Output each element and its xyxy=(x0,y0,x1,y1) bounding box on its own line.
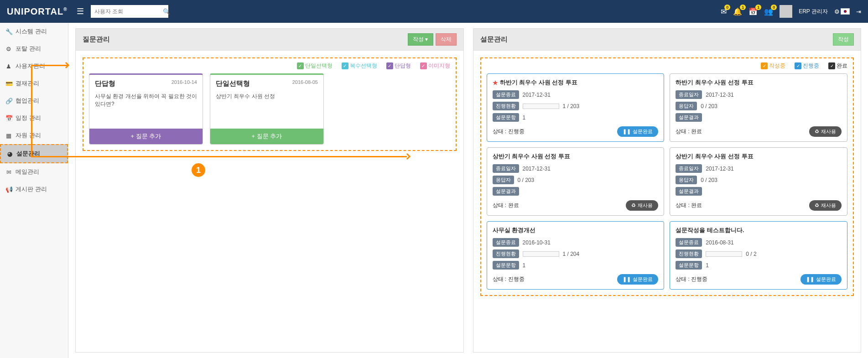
field-label: 종료일자 xyxy=(493,164,519,173)
header: UNIPORTAL® ☰ 🔍 ✉0 🔔1 📅1 👥0 ERP 관리자 ⚙ ⇥ xyxy=(0,0,868,23)
legend: ✓단일선택형✓복수선택형✓단답형✓이미지형 xyxy=(89,62,450,70)
card-title: 상반기 최우수 사원 선정 투표 xyxy=(493,152,659,161)
panel-title: 설문관리 xyxy=(480,35,508,44)
envelope-icon: ✉ xyxy=(5,169,12,176)
create-button[interactable]: 작성 xyxy=(833,33,854,46)
field-label: 진행현황 xyxy=(493,102,519,110)
check-icon: ✓ xyxy=(297,62,304,69)
sidebar-item-link[interactable]: 🔗협업관리 xyxy=(0,92,68,109)
add-question-button[interactable]: + 질문 추가 xyxy=(210,129,323,144)
check-icon: ✓ xyxy=(761,62,768,69)
question-card[interactable]: 단일선택형2016-08-05상반기 최우수 사원 선정+ 질문 추가 xyxy=(210,73,324,145)
sidebar-item-label: 협업관리 xyxy=(16,97,39,105)
main: 1 질문관리 작성 ▾ 삭제 ✓단일선택형✓복수선택형✓단답형✓이미지형 단답형… xyxy=(68,23,868,358)
star-icon: ★ xyxy=(493,79,498,86)
reuse-button[interactable]: ♻재사용 xyxy=(809,200,842,211)
sidebar-item-bullhorn[interactable]: 📢게시판 관리 xyxy=(0,181,68,198)
sidebar-item-cogs[interactable]: ⚙포탈 관리 xyxy=(0,40,68,57)
sidebar-item-label: 자원 관리 xyxy=(16,131,41,140)
settings-icon[interactable]: ⚙ xyxy=(834,8,840,15)
field-label: 진행현황 xyxy=(493,249,519,258)
sidebar-item-envelope[interactable]: ✉메일관리 xyxy=(0,163,68,181)
sidebar-item-pie[interactable]: ◕설문관리 xyxy=(0,144,68,163)
pause-icon: ❚❚ xyxy=(806,276,814,282)
card-title: 단답형 xyxy=(95,79,115,88)
card-date: 2016-08-05 xyxy=(292,79,318,88)
field-label: 설문문항 xyxy=(676,261,702,270)
reuse-button[interactable]: ♻재사용 xyxy=(809,126,842,137)
delete-button[interactable]: 삭제 xyxy=(436,33,457,46)
create-button[interactable]: 작성 ▾ xyxy=(408,33,433,46)
complete-button[interactable]: ❚❚설문완료 xyxy=(617,274,658,285)
sidebar-item-user[interactable]: ♟사용자관리 xyxy=(0,57,68,75)
sidebar-item-label: 포탈 관리 xyxy=(16,45,41,53)
calendar-icon[interactable]: 📅1 xyxy=(748,7,758,16)
field-label: 설문종료 xyxy=(493,238,519,247)
progress-bar xyxy=(523,251,559,257)
field-label: 응답자 xyxy=(676,102,697,110)
legend-item: ✓단일선택형 xyxy=(292,62,333,69)
sidebar-item-label: 시스템 관리 xyxy=(16,27,47,36)
field-label: 진행현황 xyxy=(676,249,702,258)
survey-card[interactable]: 사무실 환경개선설문종료2016-10-31진행현황1 / 204설문문항1상태… xyxy=(487,221,665,290)
panel-header: 질문관리 작성 ▾ 삭제 xyxy=(76,29,463,51)
survey-card[interactable]: 설문작성을 테스트합니다.설문종료2016-08-31진행현황0 / 2설문문항… xyxy=(670,221,847,290)
sidebar-item-card[interactable]: 💳결재관리 xyxy=(0,75,68,92)
user-name: ERP 관리자 xyxy=(799,8,828,16)
logo: UNIPORTAL® xyxy=(7,6,68,17)
sidebar-item-label: 게시판 관리 xyxy=(16,185,47,193)
field-value: 0 / 203 xyxy=(518,177,535,183)
sidebar-item-label: 결재관리 xyxy=(16,79,39,88)
complete-button[interactable]: ❚❚설문완료 xyxy=(800,274,842,285)
sidebar-item-wrench[interactable]: 🔧시스템 관리 xyxy=(0,23,68,40)
sidebar-item-label: 사용자관리 xyxy=(16,62,45,70)
logout-icon[interactable]: ⇥ xyxy=(856,8,861,15)
survey-card[interactable]: 상반기 최우수 사원 선정 투표종료일자2017-12-31응답자0 / 203… xyxy=(487,147,665,216)
search-box[interactable]: 🔍 xyxy=(91,5,168,18)
field-value: 1 / 203 xyxy=(563,103,580,109)
pause-icon: ❚❚ xyxy=(623,276,631,282)
legend-item: ✓작성중 xyxy=(756,62,785,69)
complete-button[interactable]: ❚❚설문완료 xyxy=(617,126,658,137)
sidebar-item-box[interactable]: ▦자원 관리 xyxy=(0,127,68,144)
add-question-button[interactable]: + 질문 추가 xyxy=(89,129,203,144)
survey-card[interactable]: 하반기 최우수 사원 선정 투표종료일자2017-12-31응답자0 / 203… xyxy=(670,73,847,142)
card-date: 2016-10-14 xyxy=(172,79,197,88)
survey-area: ✓작성중✓진행중✓완료 ★하반기 최우수 사원 선정 투표설문종료2017-12… xyxy=(480,57,854,296)
users-icon[interactable]: 👥0 xyxy=(764,7,773,16)
reuse-button[interactable]: ♻재사용 xyxy=(626,200,658,211)
survey-panel: 설문관리 작성 ✓작성중✓진행중✓완료 ★하반기 최우수 사원 선정 투표설문종… xyxy=(473,28,862,353)
annotation-line xyxy=(31,156,407,157)
header-right: ✉0 🔔1 📅1 👥0 ERP 관리자 ⚙ ⇥ xyxy=(721,5,861,18)
legend-item: ✓복수선택형 xyxy=(337,62,377,69)
legend-item: ✓완료 xyxy=(824,62,847,69)
flag-korea-icon[interactable] xyxy=(841,8,850,15)
bell-icon[interactable]: 🔔1 xyxy=(733,7,742,16)
survey-card[interactable]: ★하반기 최우수 사원 선정 투표설문종료2017-12-31진행현황1 / 2… xyxy=(487,73,665,142)
link-icon: 🔗 xyxy=(5,98,12,104)
sidebar-item-calendar[interactable]: 📅일정 관리 xyxy=(0,109,68,127)
mail-icon[interactable]: ✉0 xyxy=(721,7,727,16)
bullhorn-icon: 📢 xyxy=(5,186,12,193)
field-value: 0 / 2 xyxy=(746,251,756,257)
sidebar: 🔧시스템 관리⚙포탈 관리♟사용자관리💳결재관리🔗협업관리📅일정 관리▦자원 관… xyxy=(0,23,68,358)
field-label: 응답자 xyxy=(493,176,514,184)
legend-item: ✓진행중 xyxy=(790,62,819,69)
search-icon[interactable]: 🔍 xyxy=(163,8,170,15)
avatar[interactable] xyxy=(780,5,792,18)
status-text: 상태 : 진행중 xyxy=(676,275,707,283)
calendar-icon: 📅 xyxy=(5,115,12,122)
sidebar-item-label: 일정 관리 xyxy=(16,114,41,122)
menu-toggle-icon[interactable]: ☰ xyxy=(77,6,84,16)
status-text: 상태 : 진행중 xyxy=(493,128,525,135)
question-card[interactable]: 단답형2016-10-14사무실 환경 개선을 위하여 꼭 필요한 것이 있다면… xyxy=(89,73,203,145)
field-value: 1 xyxy=(706,262,709,269)
survey-card[interactable]: 상반기 최우수 사원 선정 투표종료일자2017-12-31응답자0 / 203… xyxy=(670,147,847,216)
wrench-icon: 🔧 xyxy=(5,28,12,35)
field-value: 2016-08-31 xyxy=(706,239,733,246)
cogs-icon: ⚙ xyxy=(5,46,12,52)
pause-icon: ❚❚ xyxy=(623,129,631,135)
search-input[interactable] xyxy=(94,8,163,15)
pie-icon: ◕ xyxy=(6,150,13,157)
check-icon: ✓ xyxy=(828,62,835,69)
